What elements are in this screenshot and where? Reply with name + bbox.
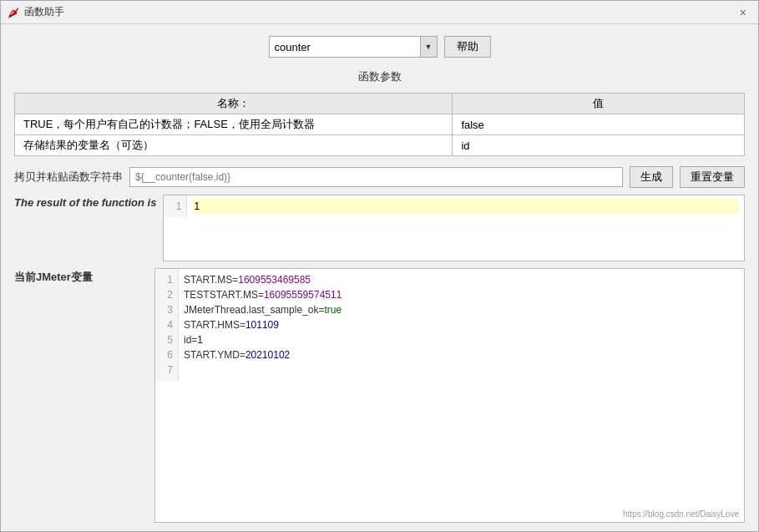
var-key: TESTSTART.MS= bbox=[184, 289, 264, 301]
param-name-cell: TRUE，每个用户有自己的计数器；FALSE，使用全局计数器 bbox=[15, 114, 453, 135]
params-table: 名称： 值 TRUE，每个用户有自己的计数器；FALSE，使用全局计数器fals… bbox=[14, 93, 745, 156]
content-area: 帮助 函数参数 名称： 值 TRUE，每个用户有自己的计数器；FALSE，使用全… bbox=[1, 24, 758, 531]
copy-input[interactable] bbox=[129, 167, 623, 187]
result-row: The result of the function is 1 1 bbox=[14, 195, 745, 261]
app-icon: 🌶 bbox=[8, 6, 19, 19]
var-key: START.HMS= bbox=[184, 319, 245, 331]
result-line: 1 bbox=[192, 199, 739, 214]
vars-line-numbers: 1234567 bbox=[155, 269, 179, 381]
var-key: START.YMD= bbox=[184, 349, 245, 361]
var-line: TESTSTART.MS=16095559574511 bbox=[184, 287, 739, 302]
var-value: 1609553469585 bbox=[238, 274, 311, 286]
help-button[interactable]: 帮助 bbox=[444, 36, 491, 58]
line-number: 7 bbox=[160, 362, 173, 377]
dropdown-arrow-icon[interactable] bbox=[420, 37, 437, 57]
table-row: 存储结果的变量名（可选）id bbox=[15, 135, 745, 156]
var-key: START.MS= bbox=[184, 274, 238, 286]
line-number: 1 bbox=[160, 272, 173, 287]
vars-code-content: START.MS=1609553469585TESTSTART.MS=16095… bbox=[179, 269, 744, 381]
vars-row: 当前JMeter变量 1234567 START.MS=160955346958… bbox=[14, 268, 745, 523]
params-section-title: 函数参数 bbox=[14, 68, 745, 86]
line-number: 4 bbox=[160, 317, 173, 332]
var-line: id=1 bbox=[184, 332, 739, 347]
titlebar-left: 🌶 函数助手 bbox=[8, 5, 64, 19]
param-value-cell[interactable]: id bbox=[453, 135, 745, 156]
copy-label: 拷贝并粘贴函数字符串 bbox=[14, 170, 123, 185]
param-name-cell: 存储结果的变量名（可选） bbox=[15, 135, 453, 156]
watermark: https://blog.csdn.net/DaisyLove bbox=[623, 509, 739, 519]
var-value: true bbox=[324, 304, 342, 316]
var-key: JMeterThread.last_sample_ok= bbox=[184, 304, 324, 316]
var-key: id= bbox=[184, 334, 197, 346]
param-value-cell[interactable]: false bbox=[453, 114, 745, 135]
vars-label: 当前JMeter变量 bbox=[14, 268, 148, 285]
var-line: START.MS=1609553469585 bbox=[184, 272, 739, 287]
vars-code-box[interactable]: 1234567 START.MS=1609553469585TESTSTART.… bbox=[154, 268, 745, 523]
result-line-numbers: 1 bbox=[164, 195, 187, 217]
result-code-content: 1 bbox=[187, 195, 744, 217]
function-dropdown-input[interactable] bbox=[270, 37, 420, 57]
main-window: 🌶 函数助手 × 帮助 函数参数 名称： 值 TRUE，每个用户有自 bbox=[0, 0, 759, 532]
generate-button[interactable]: 生成 bbox=[630, 166, 673, 188]
var-value: 20210102 bbox=[245, 349, 290, 361]
var-line: START.YMD=20210102 bbox=[184, 347, 739, 362]
line-number: 2 bbox=[160, 287, 173, 302]
var-line: JMeterThread.last_sample_ok=true bbox=[184, 302, 739, 317]
var-line: START.HMS=101109 bbox=[184, 317, 739, 332]
window-title: 函数助手 bbox=[24, 5, 64, 19]
top-bar: 帮助 bbox=[14, 33, 745, 61]
result-label: The result of the function is bbox=[14, 195, 156, 209]
line-number: 1 bbox=[169, 199, 181, 214]
titlebar: 🌶 函数助手 × bbox=[1, 1, 758, 24]
reset-button[interactable]: 重置变量 bbox=[680, 166, 745, 188]
var-value: 1 bbox=[197, 334, 203, 346]
function-dropdown-wrapper[interactable] bbox=[269, 36, 438, 58]
table-row: TRUE，每个用户有自己的计数器；FALSE，使用全局计数器false bbox=[15, 114, 745, 135]
var-value: 16095559574511 bbox=[264, 289, 342, 301]
col-value-header: 值 bbox=[453, 94, 745, 114]
line-number: 5 bbox=[160, 332, 173, 347]
line-number: 3 bbox=[160, 302, 173, 317]
col-name-header: 名称： bbox=[15, 94, 453, 114]
copy-row: 拷贝并粘贴函数字符串 生成 重置变量 bbox=[14, 166, 745, 188]
var-value: 101109 bbox=[245, 319, 279, 331]
result-code-inner: 1 1 bbox=[164, 195, 744, 217]
result-code-box[interactable]: 1 1 bbox=[163, 195, 745, 261]
line-number: 6 bbox=[160, 347, 173, 362]
vars-box-inner: 1234567 START.MS=1609553469585TESTSTART.… bbox=[155, 269, 744, 381]
close-button[interactable]: × bbox=[735, 4, 751, 21]
